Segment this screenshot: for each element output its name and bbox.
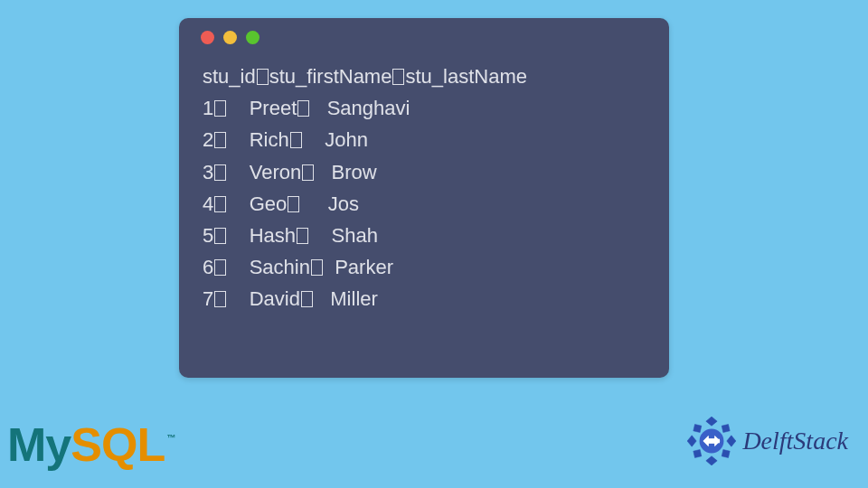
svg-marker-0 bbox=[706, 417, 717, 426]
table-header: stu_idstu_firstNamestu_lastName bbox=[203, 65, 527, 88]
table-row: 7 David Miller bbox=[203, 287, 378, 310]
table-row: 3 Veron Brow bbox=[203, 161, 377, 183]
table-row: 4 Geo Jos bbox=[203, 192, 359, 215]
table-row: 5 Hash Shah bbox=[203, 224, 378, 247]
minimize-icon[interactable] bbox=[223, 31, 237, 44]
mysql-logo: MySQL™ bbox=[7, 418, 175, 472]
delftstack-label: DelftStack bbox=[742, 427, 848, 455]
svg-marker-1 bbox=[706, 456, 717, 465]
close-icon[interactable] bbox=[201, 31, 214, 44]
terminal-window: stu_idstu_firstNamestu_lastName 1 Preet … bbox=[179, 18, 669, 378]
delftstack-icon bbox=[686, 416, 737, 466]
svg-marker-2 bbox=[687, 436, 696, 446]
table-row: 6 Sachin Parker bbox=[203, 256, 393, 278]
mysql-logo-sql: SQL bbox=[71, 418, 165, 471]
svg-marker-4 bbox=[693, 425, 702, 433]
svg-marker-7 bbox=[722, 450, 731, 458]
svg-marker-5 bbox=[722, 425, 731, 433]
table-row: 1 Preet Sanghavi bbox=[203, 97, 410, 119]
svg-marker-6 bbox=[693, 450, 702, 458]
maximize-icon[interactable] bbox=[246, 31, 259, 44]
terminal-output: stu_idstu_firstNamestu_lastName 1 Preet … bbox=[195, 61, 653, 315]
window-controls bbox=[201, 31, 653, 44]
delftstack-logo: DelftStack bbox=[686, 416, 848, 466]
mysql-logo-my: My bbox=[7, 418, 71, 471]
table-row: 2 Rich John bbox=[203, 128, 368, 151]
mysql-logo-tm: ™ bbox=[166, 433, 175, 443]
svg-marker-3 bbox=[727, 436, 736, 446]
svg-rect-13 bbox=[707, 438, 717, 444]
